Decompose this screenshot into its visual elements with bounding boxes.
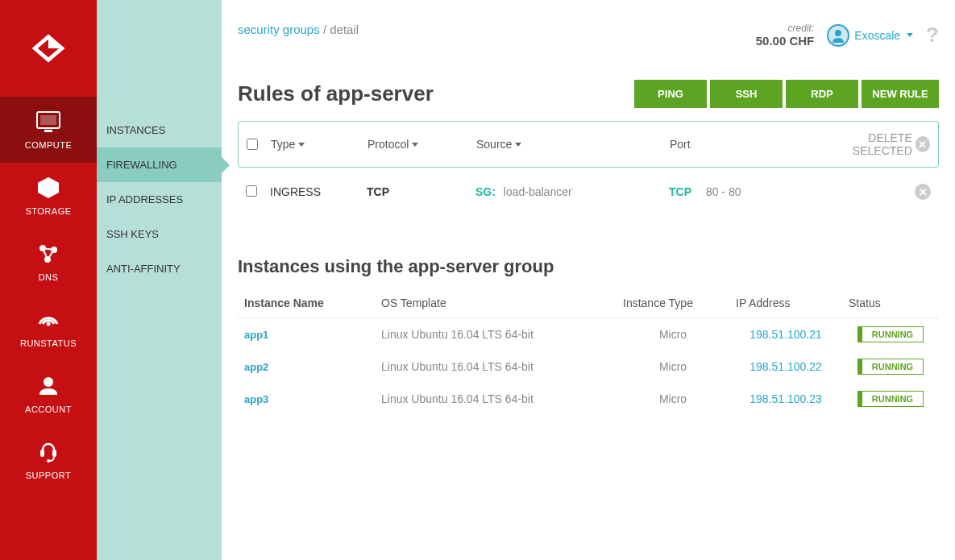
breadcrumb: security groups / detail (238, 23, 359, 36)
rule-port-range: 80 - 80 (706, 185, 741, 198)
user-name: Exoscale (854, 29, 900, 42)
caret-down-icon (515, 143, 521, 147)
support-icon (35, 438, 62, 466)
nav-label: COMPUTE (25, 140, 73, 150)
compute-icon (35, 108, 62, 135)
logo (0, 0, 97, 97)
source-sort[interactable]: Source (476, 138, 670, 151)
subnav-ip-addresses[interactable]: IP ADDRESSES (97, 182, 222, 217)
rule-checkbox[interactable] (246, 185, 257, 197)
protocol-sort[interactable]: Protocol (367, 138, 476, 151)
col-status: Status (842, 288, 939, 318)
instance-ip-link[interactable]: 198.51.100.23 (749, 392, 822, 405)
subnav-anti-affinity[interactable]: ANTI-AFFINITY (97, 251, 222, 286)
instance-row: app1Linux Ubuntu 16.04 LTS 64-bitMicro19… (238, 318, 939, 351)
subnav-firewalling[interactable]: FIREWALLING (97, 147, 222, 182)
nav-label: ACCOUNT (25, 404, 72, 414)
col-type: Instance Type (617, 288, 729, 318)
storage-icon (35, 174, 62, 201)
status-badge: RUNNING (857, 326, 924, 342)
account-icon (35, 372, 62, 400)
rule-source: load-balancer (504, 185, 572, 198)
rules-table: Type Protocol Source Port DELETE SELECTE… (238, 121, 939, 168)
svg-rect-3 (40, 115, 56, 125)
col-name: Instance Name (238, 288, 375, 318)
nav-compute[interactable]: COMPUTE (0, 97, 97, 163)
breadcrumb-sep: / (323, 23, 326, 36)
rule-source-prefix: SG: (475, 185, 496, 198)
instance-type: Micro (617, 318, 729, 351)
page-title: Rules of app-server (238, 81, 434, 106)
breadcrumb-link[interactable]: security groups (238, 23, 320, 36)
select-all-checkbox[interactable] (247, 139, 258, 150)
svg-rect-14 (52, 450, 56, 457)
heading-row: Rules of app-server PING SSH RDP NEW RUL… (238, 80, 939, 108)
nav-account[interactable]: ACCOUNT (0, 361, 97, 427)
credit-label: credit: (756, 23, 815, 34)
svg-point-11 (47, 322, 51, 326)
instances-title: Instances using the app-server group (238, 256, 939, 277)
nav-runstatus[interactable]: RUNSTATUS (0, 295, 97, 361)
main-content: security groups / detail credit: 50.00 C… (222, 0, 955, 560)
caret-down-icon (298, 143, 305, 147)
instance-os: Linux Ubuntu 16.04 LTS 64-bit (375, 351, 617, 383)
status-badge: RUNNING (857, 391, 924, 407)
type-sort[interactable]: Type (271, 138, 367, 151)
brand-icon (29, 29, 68, 68)
action-buttons: PING SSH RDP NEW RULE (634, 80, 939, 108)
subnav-ssh-keys[interactable]: SSH KEYS (97, 217, 222, 251)
port-header: Port (670, 138, 815, 151)
delete-selected-button[interactable]: DELETE SELECTED (815, 131, 912, 157)
rules-header: Type Protocol Source Port DELETE SELECTE… (239, 122, 938, 167)
instance-name-link[interactable]: app3 (244, 393, 268, 405)
rule-protocol: TCP (367, 185, 475, 198)
instance-name-link[interactable]: app2 (244, 361, 268, 373)
breadcrumb-current: detail (330, 23, 359, 36)
rule-type: INGRESS (270, 185, 367, 198)
instance-os: Linux Ubuntu 16.04 LTS 64-bit (375, 318, 617, 351)
svg-point-16 (835, 30, 841, 36)
status-badge: RUNNING (857, 359, 924, 375)
ssh-button[interactable]: SSH (710, 80, 783, 108)
credit-amount: 50.00 CHF (756, 34, 815, 48)
avatar-icon (827, 24, 849, 47)
nav-storage[interactable]: STORAGE (0, 163, 97, 229)
user-menu[interactable]: Exoscale (827, 24, 913, 47)
help-icon[interactable]: ? (926, 23, 939, 48)
caret-down-icon (412, 143, 418, 147)
instance-os: Linux Ubuntu 16.04 LTS 64-bit (375, 383, 617, 415)
delete-selected-icon[interactable]: ✕ (916, 136, 930, 152)
instance-ip-link[interactable]: 198.51.100.21 (749, 328, 822, 341)
nav-label: RUNSTATUS (20, 338, 77, 348)
rule-row: INGRESS TCP SG: load-balancer TCP 80 - 8… (238, 168, 939, 216)
topbar-right: credit: 50.00 CHF Exoscale ? (756, 23, 939, 48)
instance-type: Micro (617, 351, 729, 383)
delete-rule-icon[interactable]: ✕ (915, 184, 931, 200)
instances-table: Instance Name OS Template Instance Type … (238, 288, 939, 415)
chevron-down-icon (907, 33, 913, 37)
instance-ip-link[interactable]: 198.51.100.22 (749, 360, 822, 373)
nav-pointer-icon (89, 127, 97, 143)
runstatus-icon (35, 306, 62, 334)
rdp-button[interactable]: RDP (786, 80, 858, 108)
dns-icon (35, 240, 62, 268)
instance-row: app2Linux Ubuntu 16.04 LTS 64-bitMicro19… (238, 351, 939, 383)
svg-rect-13 (40, 450, 44, 457)
instance-type: Micro (617, 383, 729, 415)
rule-port-label: TCP (669, 185, 703, 198)
primary-nav: COMPUTE STORAGE DNS RUNSTATUS ACCOUNT (0, 0, 97, 560)
nav-label: SUPPORT (26, 471, 71, 480)
new-rule-button[interactable]: NEW RULE (862, 80, 939, 108)
nav-dns[interactable]: DNS (0, 229, 97, 295)
nav-label: STORAGE (25, 206, 71, 216)
nav-support[interactable]: SUPPORT (0, 427, 97, 493)
subnav-instances[interactable]: INSTANCES (97, 113, 222, 147)
col-os: OS Template (375, 288, 617, 318)
instance-name-link[interactable]: app1 (244, 329, 268, 341)
col-ip: IP Address (729, 288, 842, 318)
instance-row: app3Linux Ubuntu 16.04 LTS 64-bitMicro19… (238, 383, 939, 415)
svg-point-12 (44, 377, 53, 387)
svg-line-10 (48, 250, 54, 259)
credit-display: credit: 50.00 CHF (756, 23, 815, 48)
ping-button[interactable]: PING (634, 80, 707, 108)
